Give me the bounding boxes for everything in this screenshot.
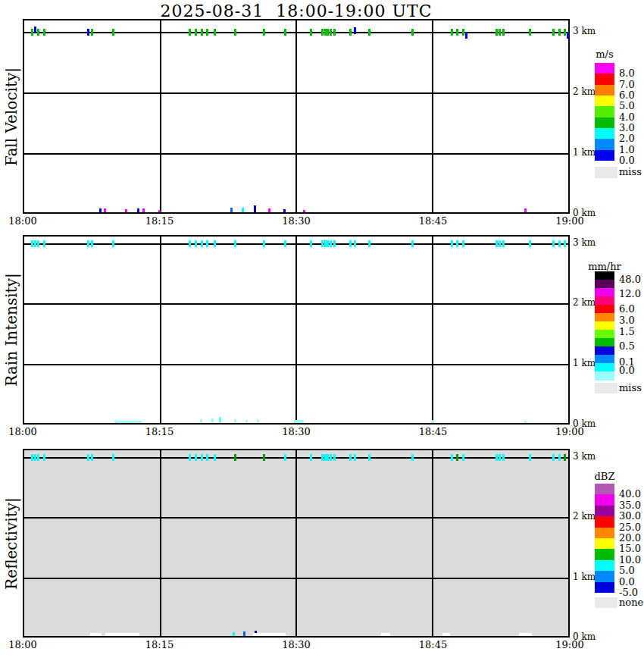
data-mark-0km (245, 420, 248, 423)
data-tick-3km (368, 240, 370, 247)
data-tick-3km (37, 29, 39, 36)
colorbar-block (595, 288, 614, 297)
data-tick-3km (558, 454, 561, 461)
data-mark-0km (211, 418, 214, 423)
gridline-vertical (432, 20, 433, 212)
data-tick-3km (354, 240, 356, 247)
gridline-vertical (160, 237, 161, 423)
data-tick-3km (529, 29, 531, 36)
colorbar-tick-label: 6.0 (619, 89, 635, 101)
data-tick-3km (552, 454, 555, 461)
data-tick-3km (189, 29, 191, 36)
km-axis-label: 3 km (573, 237, 596, 248)
data-tick-3km (564, 454, 566, 461)
panel-plot-area (23, 235, 570, 425)
data-tick-3km (112, 240, 114, 247)
data-tick-3km (201, 454, 203, 461)
data-tick-3km (327, 29, 329, 36)
data-mark-0km (99, 208, 102, 212)
data-tick-3km (327, 454, 329, 461)
y-axis-title: Fall Velocity| (2, 67, 20, 165)
data-tick-3km (37, 240, 39, 247)
data-tick-3km (91, 454, 93, 461)
colorbar-tick-label: 10.0 (619, 554, 641, 566)
x-axis-label: 18:15 (145, 639, 174, 650)
km-axis-label: 3 km (573, 451, 596, 462)
colorbar-block (595, 528, 614, 539)
data-mark-0km (253, 633, 286, 636)
colorbar-tick-label: 30.0 (619, 510, 641, 522)
data-mark-0km (303, 210, 305, 212)
data-tick-3km (206, 454, 208, 461)
data-tick-3km (451, 454, 453, 461)
data-tick-3km (324, 454, 327, 461)
data-tick-3km (462, 29, 464, 36)
colorbar-tick-label: 20.0 (619, 532, 641, 544)
data-tick-3km (502, 29, 505, 36)
data-tick-3km (43, 29, 45, 36)
data-tick-3km (91, 240, 93, 247)
colorbar-block (595, 549, 614, 560)
colorbar-missing-label: none (619, 597, 643, 608)
data-mark-0km (254, 205, 256, 212)
x-axis-label: 18:15 (145, 426, 174, 437)
colorbar-block (595, 484, 614, 495)
data-tick-3km (502, 454, 505, 461)
panel-plot-area (23, 19, 570, 214)
data-mark-0km (257, 419, 259, 423)
data-tick-3km (195, 454, 197, 461)
colorbar-tick-label: 1.5 (619, 326, 635, 337)
colorbar-tick-label: 48.0 (619, 274, 641, 285)
data-tick-3km (234, 454, 236, 461)
data-tick-3km (564, 29, 566, 36)
data-tick-3km (206, 240, 208, 247)
data-tick-3km (34, 240, 36, 247)
data-tick-3km (333, 29, 336, 36)
data-tick-3km (195, 240, 197, 247)
x-axis-label: 18:30 (282, 639, 310, 650)
data-tick-3km (214, 454, 216, 461)
colorbar-tick-label: 0.0 (619, 155, 635, 166)
data-tick-3km (87, 240, 89, 247)
colorbar-title: mm/hr (582, 261, 627, 272)
data-tick-3km (43, 240, 45, 247)
data-tick-3km (310, 454, 312, 461)
data-tick-3km (368, 454, 370, 461)
colorbar-block (595, 355, 614, 364)
data-mark-0km (114, 421, 142, 423)
data-tick-3km (321, 240, 324, 247)
data-tick-3km (189, 240, 191, 247)
colorbar-missing-swatch (595, 597, 617, 608)
data-tick-3km (333, 240, 336, 247)
x-axis-label: 18:15 (145, 215, 174, 227)
data-tick-3km (411, 240, 414, 247)
data-tick-3km (43, 454, 45, 461)
data-tick-3km (284, 454, 286, 461)
x-axis-label: 18:00 (8, 639, 36, 650)
data-tick-3km (234, 240, 236, 247)
panel-plot-area (23, 449, 570, 638)
colorbar-tick-label: 1.0 (619, 144, 635, 155)
data-tick-3km (321, 29, 324, 36)
data-mark-0km (137, 208, 139, 212)
data-mark-0km (90, 633, 102, 636)
data-mark-0km (442, 633, 450, 636)
data-tick-3km (368, 29, 370, 36)
km-axis-label: 1 km (573, 147, 596, 158)
data-tick-3km (34, 27, 36, 33)
data-mark-0km (524, 208, 527, 212)
data-tick-3km (558, 240, 561, 247)
data-tick-3km (263, 29, 265, 36)
data-tick-3km (354, 27, 356, 34)
colorbar-tick-label: 5.0 (619, 565, 635, 576)
colorbar-block (595, 338, 614, 347)
data-tick-3km (451, 29, 453, 36)
colorbar-tick-label: 0.5 (619, 340, 635, 352)
data-tick-3km (552, 240, 555, 247)
data-tick-3km (349, 29, 352, 36)
data-tick-3km (499, 240, 501, 247)
colorbar-block (595, 313, 614, 322)
colorbar-block (595, 118, 614, 129)
data-tick-3km (567, 32, 569, 39)
data-mark-0km (432, 420, 434, 423)
